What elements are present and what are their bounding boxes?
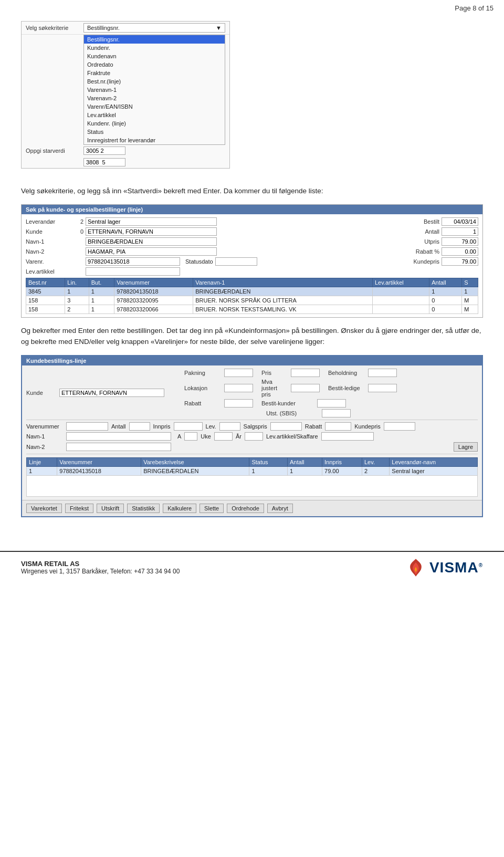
kb-ar-field[interactable] xyxy=(245,432,263,441)
navn2-input[interactable] xyxy=(86,247,217,256)
list-item-bestnrlinje[interactable]: Best.nr.(linje) xyxy=(84,77,225,86)
statusdato-input[interactable] xyxy=(215,257,257,266)
kb-pakning-input[interactable] xyxy=(224,369,253,377)
kb-pris-label: Pris xyxy=(261,370,288,376)
list-item-varenavn2[interactable]: Varenavn-2 xyxy=(84,94,225,102)
table-row[interactable]: 158 2 1 9788203320066 BRUER. NORSK TEKST… xyxy=(26,305,478,313)
visma-logo-text: VISMA® xyxy=(429,559,483,576)
avbryt-button[interactable]: Avbryt xyxy=(267,504,293,513)
kalkulere-button[interactable]: Kalkulere xyxy=(163,504,196,513)
list-item-status[interactable]: Status xyxy=(84,128,225,136)
kb-cell-linje: 1 xyxy=(27,466,57,475)
starverdi-row2 xyxy=(22,156,229,168)
kb-uke-label: Uke xyxy=(201,433,211,440)
kb-beholdning-input[interactable] xyxy=(368,369,397,377)
kundepris-input[interactable] xyxy=(442,257,478,266)
kb-mva-input[interactable] xyxy=(291,384,320,392)
kb-antall-field[interactable] xyxy=(129,422,150,431)
starverdi-row: Oppgi starverdi xyxy=(22,145,229,156)
cell-varenavn: BRINGEBÆRDALEN xyxy=(193,287,373,296)
table-row[interactable]: 3845 1 1 9788204135018 BRINGEBÆRDALEN 1 … xyxy=(26,287,478,296)
kb-salgspris-field[interactable] xyxy=(270,422,302,431)
list-item-fraktrute[interactable]: Fraktrute xyxy=(84,69,225,77)
cell-antall: 0 xyxy=(429,305,462,313)
paragraph-1: Velg søkekriterie, og legg så inn «Start… xyxy=(21,185,483,197)
kb-pris-input[interactable] xyxy=(291,369,320,377)
visma-reg-mark: ® xyxy=(479,562,483,568)
leverandor-row: Leverandør 2 Bestilt xyxy=(26,217,478,226)
starverdi-input-1[interactable] xyxy=(83,147,125,155)
kb-cell-leverandor: Sentral lager xyxy=(390,466,478,475)
kb-kundepris2-label: Kundepris xyxy=(354,423,381,430)
slette-button[interactable]: Slette xyxy=(200,504,224,513)
utskrift-button[interactable]: Utskrift xyxy=(97,504,124,513)
kb-lev-artikkel-field[interactable] xyxy=(321,432,374,441)
antall-input[interactable] xyxy=(442,227,478,236)
kb-cell-status: 1 xyxy=(249,466,288,475)
statusdato-label: Statusdato xyxy=(185,258,213,265)
page-number: Page 8 of 15 xyxy=(455,4,494,12)
cell-lin: 3 xyxy=(65,296,89,305)
list-item-ordredato[interactable]: Ordredato xyxy=(84,60,225,69)
kb-rabatt2-label: Rabatt xyxy=(305,423,322,430)
table-row[interactable]: 1 9788204135018 BRINGEBÆRDALEN 1 1 79.00… xyxy=(27,466,478,475)
varekortet-button[interactable]: Varekortet xyxy=(26,504,62,513)
list-item-bestillingsnr[interactable]: Bestillingsnr. xyxy=(84,35,225,44)
kunde-input[interactable] xyxy=(86,227,217,236)
bestilt-input[interactable] xyxy=(442,217,478,226)
kb-bestit-ledige-input[interactable] xyxy=(368,384,397,392)
kb-cell-varenr: 9788204135018 xyxy=(57,466,141,475)
lev-artikkel-input[interactable] xyxy=(86,267,180,276)
varenr-input[interactable] xyxy=(86,257,180,266)
cell-but: 1 xyxy=(89,305,114,313)
kb-kundepris2-field[interactable] xyxy=(384,422,415,431)
sokekriterie-select[interactable]: Bestillingsnr. ▼ xyxy=(83,23,225,33)
col-bestnr: Best.nr xyxy=(26,278,65,287)
kb-widget: Kundebestillings-linje Kunde Pakning Pri… xyxy=(21,355,483,517)
kb-varenummer-field[interactable] xyxy=(66,422,108,431)
kb-navn1-field[interactable] xyxy=(66,432,171,441)
rabatt-label: Rabatt % xyxy=(403,248,439,255)
kunde-row: Kunde 0 Antall xyxy=(26,227,478,236)
kb-rabatt-input[interactable] xyxy=(224,399,253,407)
cell-s: M xyxy=(462,305,478,313)
kb-kunde-input[interactable] xyxy=(59,389,164,397)
kb-col-linje: Linje xyxy=(27,457,57,466)
kb-lev-field[interactable] xyxy=(219,422,240,431)
kb-col-lev: Lev. xyxy=(362,457,389,466)
statistikk-button[interactable]: Statistikk xyxy=(127,504,160,513)
cell-antall: 0 xyxy=(429,296,462,305)
starverdi-input-2[interactable] xyxy=(83,158,125,166)
kb-rabatt2-field[interactable] xyxy=(325,422,351,431)
kb-innpris-field[interactable] xyxy=(174,422,203,431)
leverandor-input[interactable] xyxy=(86,217,217,226)
list-item-kundenr[interactable]: Kundenr. xyxy=(84,44,225,52)
navn1-label: Navn-1 xyxy=(26,238,68,245)
cell-but: 1 xyxy=(89,287,114,296)
kb-navn2-field[interactable] xyxy=(66,443,171,451)
navn2-label: Navn-2 xyxy=(26,248,68,255)
list-item-levartikel[interactable]: Lev.artikkel xyxy=(84,111,225,119)
rabatt-input[interactable] xyxy=(442,247,478,256)
fritekst-button[interactable]: Fritekst xyxy=(65,504,93,513)
kb-bestit-kunder-input[interactable] xyxy=(317,399,346,407)
lagre-button[interactable]: Lagre xyxy=(454,442,478,452)
kb-lev-label: Lev. xyxy=(206,423,216,430)
ordrehode-button[interactable]: Ordrehode xyxy=(227,504,264,513)
kb-utst-sbis-input[interactable] xyxy=(322,409,351,417)
list-item-kundenrlinje[interactable]: Kundenr. (linje) xyxy=(84,119,225,128)
utpris-input[interactable] xyxy=(442,237,478,246)
list-item-kundenavn[interactable]: Kundenavn xyxy=(84,52,225,60)
cell-varenr: 9788203320066 xyxy=(114,305,193,313)
lev-artikkel-row: Lev.artikkel xyxy=(26,267,478,276)
kb-uke-field[interactable] xyxy=(214,432,233,441)
navn1-input[interactable] xyxy=(86,237,217,246)
list-item-varenavn1[interactable]: Varenavn-1 xyxy=(84,86,225,94)
list-item-varenreannisbn[interactable]: Varenr/EAN/ISBN xyxy=(84,102,225,111)
cell-bestnr: 158 xyxy=(26,296,65,305)
list-item-innregistrert[interactable]: Innregistrert for leverandør xyxy=(84,136,225,144)
kb-a-field[interactable] xyxy=(184,432,197,441)
table-row[interactable]: 158 3 1 9788203320095 BRUER. NORSK SPRÅK… xyxy=(26,296,478,305)
kb-lokasjon-input[interactable] xyxy=(224,384,253,392)
dropdown-open-list[interactable]: Bestillingsnr. Kundenr. Kundenavn Ordred… xyxy=(83,35,225,145)
